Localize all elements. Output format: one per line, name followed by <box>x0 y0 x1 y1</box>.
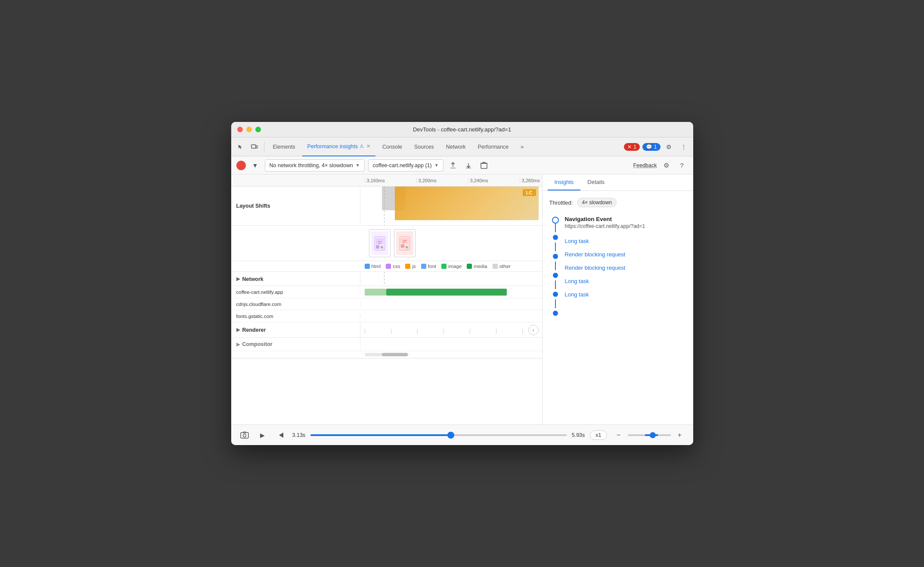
zoom-out-btn[interactable]: − <box>612 429 625 442</box>
time-start: 3.13s <box>292 432 306 438</box>
upload-btn[interactable] <box>447 159 459 171</box>
ruler-mark-2: 3,200ms <box>416 178 468 183</box>
insight-link-1[interactable]: Render blocking request <box>565 251 626 258</box>
cursor-icon-btn[interactable] <box>235 141 247 153</box>
thumbnail-2: ☕ <box>394 229 415 257</box>
url-dropdown[interactable]: coffee-cart.netlify.app (1) ▼ <box>368 159 443 171</box>
insight-link-4[interactable]: Long task <box>565 291 589 298</box>
msg-badge[interactable]: 💬 1 <box>642 143 660 151</box>
svg-text:☕: ☕ <box>405 245 409 249</box>
network-bar-1a <box>365 289 386 296</box>
lcp-badge: LC <box>523 189 536 196</box>
screenshot-icon <box>240 431 249 439</box>
insight-link-2[interactable]: Render blocking request <box>565 265 626 271</box>
help-btn[interactable]: ? <box>676 159 688 171</box>
tab-details[interactable]: Details <box>580 174 611 190</box>
renderer-arrow-icon[interactable]: ▶ <box>236 327 240 333</box>
main-toolbar: Elements Performance insights ⚠ ✕ Consol… <box>231 137 693 156</box>
dot-4 <box>553 292 558 297</box>
legend-html: html <box>365 264 381 269</box>
tab-insights[interactable]: Insights <box>548 174 581 190</box>
throttled-badge: 4× slowdown <box>577 198 617 207</box>
device-toggle-btn[interactable] <box>248 141 260 153</box>
ruler-mark-4: 3,280ms <box>520 178 543 183</box>
network-label: ▶ Network <box>231 272 360 286</box>
network-arrow-icon[interactable]: ▶ <box>236 276 240 282</box>
network-bar-content-3 <box>360 310 542 322</box>
play-btn[interactable]: ▶ <box>256 429 269 442</box>
insight-link-3[interactable]: Long task <box>565 278 589 284</box>
v-line-5 <box>555 299 556 308</box>
tick <box>417 329 418 334</box>
nav-event-circle <box>552 217 559 224</box>
collapse-panel-btn[interactable]: › <box>528 325 539 335</box>
network-row-2: cdnjs.cloudflare.com <box>231 298 542 310</box>
settings-btn[interactable]: ⚙ <box>663 141 675 153</box>
renderer-content <box>360 322 542 337</box>
title-bar: DevTools - coffee-cart.netlify.app/?ad=1 <box>231 122 693 137</box>
skip-start-btn[interactable] <box>274 429 287 442</box>
network-bar-content-1 <box>360 286 542 298</box>
ruler-marks: 3,160ms 3,200ms 3,240ms 3,280ms 3,3 <box>365 178 543 183</box>
thumbnails-row: ☕ ☕ <box>231 226 542 261</box>
throttle-dropdown[interactable]: No network throttling, 4× slowdown ▼ <box>265 159 365 171</box>
tab-elements[interactable]: Elements <box>268 137 301 156</box>
zoom-scrubber[interactable] <box>628 434 671 436</box>
svg-point-13 <box>243 434 246 437</box>
minimize-button[interactable] <box>246 127 252 132</box>
dot-3 <box>553 273 558 278</box>
record-dropdown-btn[interactable]: ▼ <box>249 159 261 171</box>
ruler-mark-3: 3,240ms <box>468 178 520 183</box>
tab-console[interactable]: Console <box>377 137 407 156</box>
renderer-ticks <box>360 329 542 334</box>
horizontal-scrollbar[interactable] <box>365 353 409 356</box>
dot-5 <box>553 311 558 316</box>
tab-close-icon[interactable]: ✕ <box>366 143 370 149</box>
v-line-1 <box>555 224 556 232</box>
layout-shifts-section: Layout Shifts LC <box>231 187 542 261</box>
window-title: DevTools - coffee-cart.netlify.app/?ad=1 <box>413 126 511 133</box>
insights-content[interactable]: Throttled: 4× slowdown <box>543 191 693 424</box>
maximize-button[interactable] <box>255 127 261 132</box>
timeline-body[interactable]: Layout Shifts LC <box>231 187 542 424</box>
delete-btn[interactable] <box>478 159 490 171</box>
compositor-arrow-icon[interactable]: ▶ <box>236 342 240 347</box>
toolbar-separator-1 <box>264 142 264 152</box>
screenshot-btn[interactable] <box>238 429 251 442</box>
thumb-image-2: ☕ <box>399 236 411 251</box>
nav-event: Navigation Event https://coffee-cart.net… <box>565 216 686 229</box>
legend-dot-other <box>493 264 498 269</box>
tab-performance-insights[interactable]: Performance insights ⚠ ✕ <box>302 137 375 156</box>
legend-row: html css js font <box>231 261 542 272</box>
network-header-row: ▶ Network <box>231 272 542 286</box>
thumbnail-1: ☕ <box>369 229 391 257</box>
orange-block <box>395 187 539 220</box>
feedback-link[interactable]: Feedback <box>633 162 657 168</box>
legend-image: image <box>441 264 462 269</box>
insight-row-4: Long task <box>565 288 686 301</box>
network-bar-1b <box>386 289 507 296</box>
tab-performance[interactable]: Performance <box>473 137 514 156</box>
device-icon <box>251 144 258 150</box>
scrollbar-row <box>231 351 542 358</box>
insight-link-0[interactable]: Long task <box>565 238 589 244</box>
throttled-row: Throttled: 4× slowdown <box>549 198 686 207</box>
download-btn[interactable] <box>462 159 474 171</box>
tab-more[interactable]: » <box>515 137 529 156</box>
tab-network[interactable]: Network <box>441 137 471 156</box>
timeline-scrubber[interactable] <box>310 434 567 436</box>
settings-icon-btn[interactable]: ⚙ <box>660 159 673 171</box>
scrollbar-thumb[interactable] <box>382 353 408 356</box>
record-button[interactable] <box>236 161 246 170</box>
compositor-section: ▶ Compositor <box>231 338 542 351</box>
tab-sources[interactable]: Sources <box>409 137 439 156</box>
svg-rect-1 <box>256 146 257 148</box>
network-host-1: coffee-cart.netlify.app <box>231 290 360 295</box>
zoom-control: − + <box>612 429 686 442</box>
more-options-btn[interactable]: ⋮ <box>678 141 690 153</box>
thumb-inner-1: ☕ <box>371 231 388 255</box>
main-content: 3,160ms 3,200ms 3,240ms 3,280ms 3,3 <box>231 174 693 424</box>
zoom-in-btn[interactable]: + <box>673 429 686 442</box>
error-badge[interactable]: ✕ 1 <box>624 143 640 151</box>
close-button[interactable] <box>237 127 243 132</box>
